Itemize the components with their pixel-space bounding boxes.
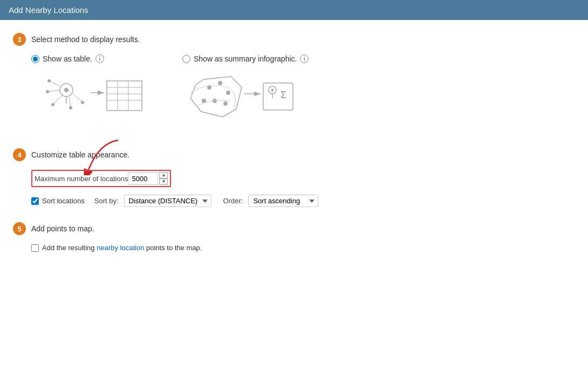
sort-row: Sort locations Sort by: Distance (DISTAN… xyxy=(13,195,575,207)
add-points-checkbox[interactable] xyxy=(31,244,39,252)
dialog-title: Add Nearby Locations xyxy=(9,5,88,15)
option-infographic-text: Show as summary infographic. xyxy=(194,54,297,63)
section-4-content: Maximum number of locations ▲ ▼ Sort loc… xyxy=(13,170,575,207)
radio-infographic[interactable] xyxy=(182,55,190,63)
spinner-down[interactable]: ▼ xyxy=(159,178,168,185)
section-4: 4 Customize table appearance. xyxy=(13,148,575,207)
sort-by-select[interactable]: Distance (DISTANCE) Name ID xyxy=(124,195,211,207)
section-4-title: 4 Customize table appearance. xyxy=(13,148,575,161)
radio-options: Show as table. i xyxy=(13,54,575,133)
option-table-label[interactable]: Show as table. i xyxy=(31,54,104,63)
diagram-table xyxy=(31,68,150,133)
add-points-row: Add the resulting nearby location points… xyxy=(13,244,575,252)
section-5: 5 Add points to map. Add the resulting n… xyxy=(13,222,575,252)
option-table: Show as table. i xyxy=(31,54,150,133)
svg-point-11 xyxy=(81,101,84,104)
sort-by-label: Sort by: xyxy=(94,197,119,205)
svg-point-31 xyxy=(271,89,274,92)
svg-point-7 xyxy=(47,79,51,82)
step-5-label: Add points to map. xyxy=(31,224,94,233)
dialog: Add Nearby Locations 3 Select method to … xyxy=(0,0,588,392)
add-points-label[interactable]: Add the resulting nearby location points… xyxy=(31,244,202,252)
dialog-body: 3 Select method to display results. Show… xyxy=(0,20,588,392)
svg-point-1 xyxy=(64,88,69,92)
info-icon-table: i xyxy=(95,54,104,63)
option-infographic: Show as summary infographic. i xyxy=(182,54,309,133)
svg-point-22 xyxy=(218,81,222,85)
svg-line-6 xyxy=(73,94,83,102)
step-5-badge: 5 xyxy=(13,222,26,235)
info-icon-infographic: i xyxy=(300,54,309,63)
add-points-text: Add the resulting nearby location points… xyxy=(42,244,202,252)
step-3-label: Select method to display results. xyxy=(31,35,140,44)
max-locations-box: Maximum number of locations ▲ ▼ xyxy=(31,170,171,187)
spinner-up[interactable]: ▲ xyxy=(159,172,168,178)
spinner-buttons: ▲ ▼ xyxy=(159,172,168,185)
svg-line-4 xyxy=(53,95,62,105)
svg-rect-29 xyxy=(263,83,293,110)
section-3: 3 Select method to display results. Show… xyxy=(13,33,575,133)
svg-point-9 xyxy=(51,103,54,106)
step-3-badge: 3 xyxy=(13,33,26,46)
max-locations-label: Maximum number of locations xyxy=(35,175,128,183)
step-4-badge: 4 xyxy=(13,148,26,161)
sort-locations-text: Sort locations xyxy=(42,197,85,205)
order-select[interactable]: Sort ascending Sort descending xyxy=(248,195,318,207)
svg-line-3 xyxy=(47,90,60,92)
svg-rect-14 xyxy=(107,81,142,111)
max-locations-row: Maximum number of locations ▲ ▼ xyxy=(13,170,575,187)
svg-point-25 xyxy=(223,101,228,106)
svg-point-23 xyxy=(226,91,230,95)
dialog-header: Add Nearby Locations xyxy=(0,0,588,20)
sort-locations-label[interactable]: Sort locations xyxy=(31,197,85,205)
svg-line-2 xyxy=(49,81,60,86)
svg-marker-20 xyxy=(190,77,242,117)
radio-table[interactable] xyxy=(31,55,39,63)
option-infographic-label[interactable]: Show as summary infographic. i xyxy=(182,54,309,63)
option-table-text: Show as table. xyxy=(43,54,92,63)
max-locations-input[interactable] xyxy=(128,173,158,185)
nearby-locations-link[interactable]: nearby location xyxy=(97,244,144,252)
step-4-label: Customize table appearance. xyxy=(31,150,129,159)
section-3-title: 3 Select method to display results. xyxy=(13,33,575,46)
order-label: Order: xyxy=(223,197,243,205)
svg-point-10 xyxy=(69,106,72,109)
section-5-title: 5 Add points to map. xyxy=(13,222,575,235)
sort-locations-checkbox[interactable] xyxy=(31,197,39,205)
svg-text:Σ: Σ xyxy=(281,90,286,100)
svg-point-8 xyxy=(46,90,49,93)
svg-line-5 xyxy=(69,97,71,108)
diagram-infographic: Σ xyxy=(182,68,301,133)
